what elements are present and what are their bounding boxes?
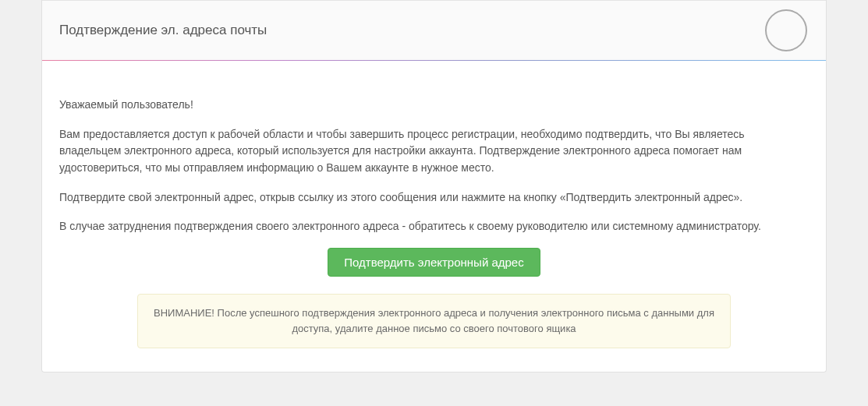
circle-icon [765, 9, 807, 51]
body-paragraph-3: В случае затруднения подтверждения своег… [59, 218, 809, 235]
card-title: Подтверждение эл. адреса почты [59, 23, 809, 38]
email-confirmation-card: Подтверждение эл. адреса почты Уважаемый… [41, 0, 827, 372]
confirm-email-button[interactable]: Подтвердить электронный адрес [328, 248, 540, 277]
card-header: Подтверждение эл. адреса почты [42, 0, 826, 61]
greeting-text: Уважаемый пользователь! [59, 97, 809, 114]
warning-alert: ВНИМАНИЕ! После успешного подтверждения … [137, 294, 731, 348]
body-paragraph-1: Вам предоставляется доступ к рабочей обл… [59, 126, 809, 177]
body-paragraph-2: Подтвердите свой электронный адрес, откр… [59, 189, 809, 207]
button-row: Подтвердить электронный адрес [59, 248, 809, 277]
card-body: Уважаемый пользователь! Вам предоставляе… [42, 61, 826, 372]
